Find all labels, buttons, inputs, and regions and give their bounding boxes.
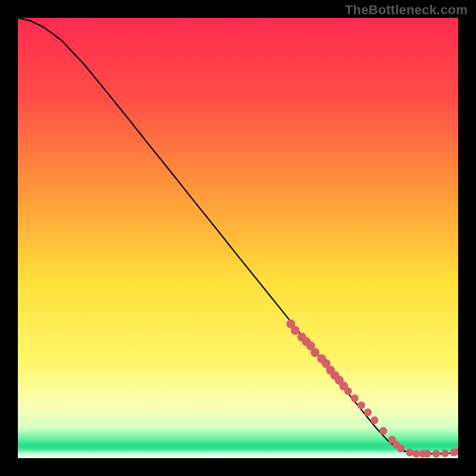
data-point <box>351 394 359 402</box>
data-point <box>345 387 352 395</box>
plot-svg <box>18 18 458 458</box>
data-point <box>424 450 431 458</box>
data-point <box>397 444 405 452</box>
data-point <box>358 402 365 409</box>
watermark-text: TheBottleneck.com <box>345 2 468 18</box>
data-point <box>406 449 414 456</box>
data-point <box>364 409 372 416</box>
data-point <box>441 449 449 457</box>
data-point <box>433 450 440 458</box>
chart-stage: TheBottleneck.com <box>0 0 476 476</box>
data-point <box>311 348 320 357</box>
data-point <box>371 416 378 424</box>
gradient-background <box>18 18 458 458</box>
data-point <box>380 427 387 435</box>
plot-area <box>18 18 458 458</box>
data-point <box>291 326 300 335</box>
data-point <box>412 450 420 458</box>
